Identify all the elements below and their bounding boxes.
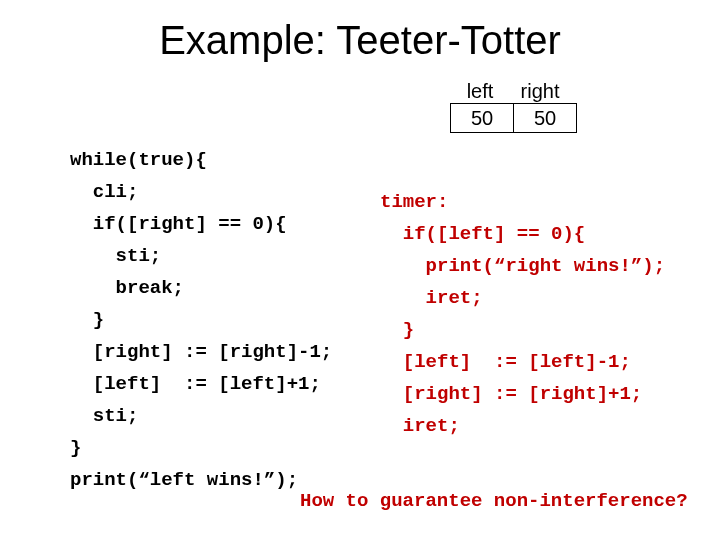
code-line: sti; <box>70 245 161 267</box>
register-values-row: 50 50 <box>450 103 577 133</box>
slide-title: Example: Teeter-Totter <box>0 18 720 63</box>
code-line: } <box>380 319 414 341</box>
code-line: print(“left wins!”); <box>70 469 298 491</box>
register-table: leftright 50 50 <box>450 80 577 133</box>
code-line: } <box>70 437 81 459</box>
question-text: How to guarantee non-interference? <box>300 490 688 512</box>
code-line: iret; <box>380 287 483 309</box>
register-labels-row: leftright <box>450 80 577 103</box>
right-register-value: 50 <box>514 104 577 133</box>
code-line: if([left] == 0){ <box>380 223 585 245</box>
left-register-value: 50 <box>451 104 514 133</box>
code-line: [right] := [right]+1; <box>380 383 642 405</box>
code-line: [left] := [left]+1; <box>70 373 321 395</box>
slide: Example: Teeter-Totter leftright 50 50 w… <box>0 0 720 540</box>
right-code-block: timer: if([left] == 0){ print(“right win… <box>380 154 665 442</box>
left-code-block: while(true){ cli; if([right] == 0){ sti;… <box>70 112 332 496</box>
code-line: cli; <box>70 181 138 203</box>
code-line: [right] := [right]-1; <box>70 341 332 363</box>
right-register-label: right <box>510 80 570 103</box>
code-line: sti; <box>70 405 138 427</box>
left-register-label: left <box>450 80 510 103</box>
code-line: while(true){ <box>70 149 207 171</box>
code-line: iret; <box>380 415 460 437</box>
code-line: [left] := [left]-1; <box>380 351 631 373</box>
code-line: break; <box>70 277 184 299</box>
code-line: } <box>70 309 104 331</box>
code-line: if([right] == 0){ <box>70 213 287 235</box>
code-line: print(“right wins!”); <box>380 255 665 277</box>
code-line: timer: <box>380 191 448 213</box>
